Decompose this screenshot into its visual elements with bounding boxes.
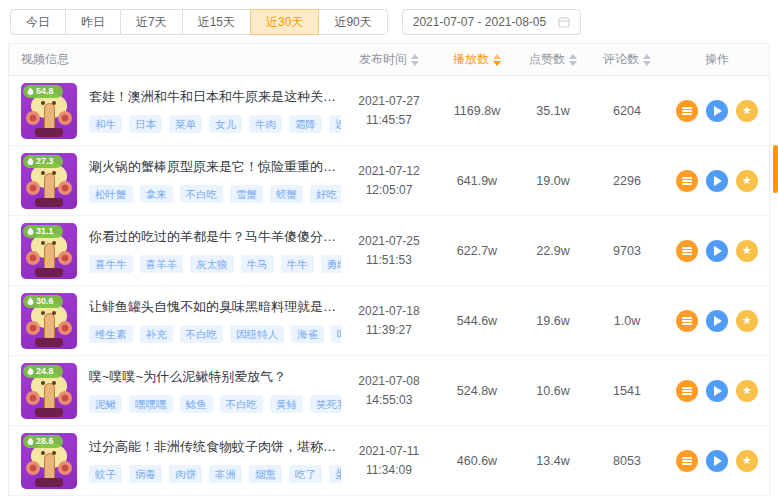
filter-yesterday[interactable]: 昨日 (65, 9, 121, 35)
video-tag[interactable]: 喜羊羊 (140, 255, 184, 274)
col-comments[interactable]: 评论数 (603, 51, 651, 68)
stats-button[interactable] (676, 450, 698, 472)
video-tag[interactable]: 不白吃 (220, 395, 264, 414)
video-tag[interactable]: 病毒 (129, 465, 162, 484)
table-row: 54.8 套娃！澳洲和牛和日本和牛原来是这种关系？ 和牛 日本 菜单 女儿 牛肉… (9, 76, 769, 146)
video-tag[interactable]: 牛牛 (281, 255, 314, 274)
favorite-button[interactable]: ★ (736, 240, 758, 262)
video-tag[interactable]: 不白吃 (180, 325, 224, 344)
video-tag[interactable]: 烟熏 (249, 465, 282, 484)
comment-count: 9703 (589, 244, 665, 258)
favorite-button[interactable]: ★ (736, 100, 758, 122)
video-title[interactable]: 你看过的吃过的羊都是牛？马牛羊傻傻分不清了！ (89, 228, 341, 246)
video-tag[interactable]: 喜牛牛 (89, 255, 133, 274)
col-publish-time[interactable]: 发布时间 (359, 51, 419, 68)
video-tag[interactable]: 勇敢 (321, 255, 342, 274)
video-title[interactable]: 噗~噗噗~为什么泥鳅特别爱放气？ (89, 368, 341, 386)
favorite-button[interactable]: ★ (736, 170, 758, 192)
video-tag[interactable]: 非洲 (209, 465, 242, 484)
video-tag[interactable]: 蚊子 (89, 465, 122, 484)
video-tag[interactable]: 笑死我了 (310, 395, 341, 414)
video-tag[interactable]: 雪蟹 (230, 185, 263, 204)
play-button[interactable] (706, 100, 728, 122)
video-tag[interactable]: 近亲 (329, 115, 341, 134)
date-range-picker[interactable]: 2021-07-07 - 2021-08-05 (402, 9, 581, 35)
video-tag[interactable]: 好吃 (310, 185, 341, 204)
video-tag[interactable]: 吃了 (289, 465, 322, 484)
col-likes[interactable]: 点赞数 (529, 51, 577, 68)
filter-15days[interactable]: 近15天 (182, 9, 251, 35)
date-quick-filters: 今日 昨日 近7天 近15天 近30天 近90天 (10, 9, 388, 35)
calendar-icon (558, 16, 570, 28)
video-thumbnail[interactable]: 31.1 (21, 223, 77, 279)
play-button[interactable] (706, 450, 728, 472)
filter-30days[interactable]: 近30天 (250, 9, 319, 35)
video-tag[interactable]: 灰太狼 (190, 255, 234, 274)
video-tag[interactable]: 菜单 (169, 115, 202, 134)
hot-score-badge: 24.8 (23, 365, 63, 378)
video-tag[interactable]: 泥鳅 (89, 395, 122, 414)
video-tag[interactable]: 海雀 (291, 325, 324, 344)
sort-carets-icon (643, 54, 651, 66)
video-thumbnail[interactable]: 27.3 (21, 153, 77, 209)
favorite-button[interactable]: ★ (736, 450, 758, 472)
stats-button[interactable] (676, 310, 698, 332)
play-button[interactable] (706, 310, 728, 332)
video-title[interactable]: 让鲱鱼罐头自愧不如的臭味黑暗料理就是它——腌海雀！ (89, 298, 341, 316)
filter-7days[interactable]: 近7天 (120, 9, 183, 35)
video-tag[interactable]: 吐了 (331, 325, 341, 344)
play-count: 544.6w (437, 314, 517, 328)
table-row: 28.6 过分高能！非洲传统食物蚊子肉饼，堪称招蚊大户的翻身菜！ 蚊子 病毒 肉… (9, 426, 769, 496)
video-thumbnail[interactable]: 28.6 (21, 433, 77, 489)
video-title[interactable]: 过分高能！非洲传统食物蚊子肉饼，堪称招蚊大户的翻身菜！ (89, 438, 341, 456)
play-button[interactable] (706, 240, 728, 262)
video-tag[interactable]: 嘿嘿嘿 (129, 395, 173, 414)
hot-score: 24.8 (36, 366, 54, 376)
video-tag[interactable]: 女儿 (209, 115, 242, 134)
video-tag[interactable]: 肉饼 (169, 465, 202, 484)
col-plays[interactable]: 播放数 (453, 51, 501, 68)
stats-button[interactable] (676, 100, 698, 122)
play-button[interactable] (706, 170, 728, 192)
stats-button[interactable] (676, 240, 698, 262)
video-title[interactable]: 涮火锅的蟹棒原型原来是它！惊险重重的松叶蟹脱壳之旅~ (89, 158, 341, 176)
video-tag[interactable]: 牛马 (241, 255, 274, 274)
col-video-info: 视频信息 (9, 51, 341, 68)
stats-button[interactable] (676, 380, 698, 402)
video-tag[interactable]: 维生素 (89, 325, 133, 344)
stats-button[interactable] (676, 170, 698, 192)
video-tag[interactable]: 霜降 (289, 115, 322, 134)
favorite-button[interactable]: ★ (736, 380, 758, 402)
video-tag[interactable]: 和牛 (89, 115, 122, 134)
video-tag[interactable]: 牛肉 (249, 115, 282, 134)
col-publish-label: 发布时间 (359, 51, 407, 68)
video-tag[interactable]: 因纽特人 (230, 325, 284, 344)
video-tag[interactable]: 拿来 (140, 185, 173, 204)
publish-time: 11:45:57 (341, 111, 437, 130)
video-title[interactable]: 套娃！澳洲和牛和日本和牛原来是这种关系？ (89, 88, 341, 106)
filter-90days[interactable]: 近90天 (318, 9, 387, 35)
scrollbar-thumb[interactable] (773, 145, 778, 193)
like-count: 19.0w (517, 174, 589, 188)
hot-score: 31.1 (36, 226, 54, 236)
comment-count: 2296 (589, 174, 665, 188)
video-tag[interactable]: 黄鳝 (270, 395, 303, 414)
publish-date: 2021-07-08 (341, 372, 437, 391)
video-tag[interactable]: 不白吃 (180, 185, 224, 204)
video-thumbnail[interactable]: 30.6 (21, 293, 77, 349)
filter-today[interactable]: 今日 (10, 9, 66, 35)
flame-icon (27, 227, 34, 236)
table-row: 27.3 涮火锅的蟹棒原型原来是它！惊险重重的松叶蟹脱壳之旅~ 松叶蟹 拿来 不… (9, 146, 769, 216)
play-button[interactable] (706, 380, 728, 402)
video-tag[interactable]: 蛋白质 (329, 465, 341, 484)
video-tags: 维生素 补充 不白吃 因纽特人 海雀 吐了 味道 吃饭 (89, 325, 341, 344)
video-thumbnail[interactable]: 54.8 (21, 83, 77, 139)
video-tag[interactable]: 补充 (140, 325, 173, 344)
favorite-button[interactable]: ★ (736, 310, 758, 332)
video-tag[interactable]: 松叶蟹 (89, 185, 133, 204)
video-tag[interactable]: 日本 (129, 115, 162, 134)
video-tag[interactable]: 鲶鱼 (180, 395, 213, 414)
video-tag[interactable]: 螃蟹 (270, 185, 303, 204)
video-thumbnail[interactable]: 24.8 (21, 363, 77, 419)
hot-score: 30.6 (36, 296, 54, 306)
